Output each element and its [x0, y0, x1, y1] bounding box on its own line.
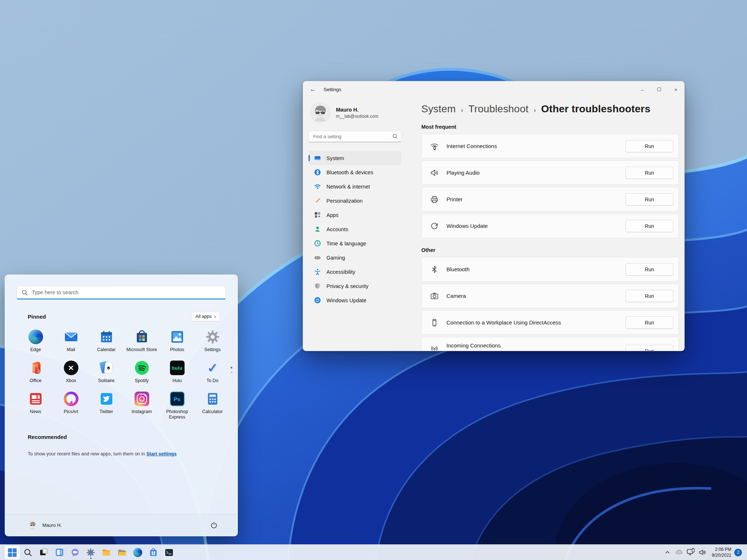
- network-tray-icon: [686, 548, 696, 557]
- nav-item-time-language[interactable]: Time & language: [309, 236, 401, 250]
- app-tile-calculator[interactable]: Calculator: [195, 390, 230, 421]
- app-tile-picsart[interactable]: PicsArt: [53, 390, 89, 421]
- run-button-bluetooth[interactable]: Run: [626, 263, 673, 276]
- taskbar-start-button[interactable]: [4, 545, 20, 559]
- all-apps-button[interactable]: All apps ›: [191, 312, 220, 321]
- file-explorer-icon: [102, 548, 111, 557]
- taskbar-chat-button[interactable]: [67, 545, 83, 559]
- close-button[interactable]: ×: [667, 81, 684, 97]
- find-setting-input[interactable]: [309, 131, 401, 142]
- taskbar-settings-button[interactable]: [83, 545, 98, 559]
- app-tile-instagram[interactable]: Instagram: [124, 390, 159, 421]
- twitter-icon: [99, 391, 114, 407]
- nav-item-apps[interactable]: Apps: [309, 208, 401, 222]
- edge-icon: [133, 548, 142, 557]
- app-tile-photos[interactable]: Photos: [159, 328, 195, 359]
- network-icon: [314, 183, 321, 190]
- run-button-windows-update[interactable]: Run: [626, 220, 673, 232]
- app-tile-todo[interactable]: ✓ To Do: [195, 359, 230, 390]
- run-button-playing-audio[interactable]: Run: [626, 167, 673, 179]
- troubleshooter-incoming-connections: Incoming Connections Find and fix proble…: [421, 337, 679, 351]
- edge-icon: [28, 329, 43, 345]
- user-avatar: [310, 102, 330, 123]
- app-tile-xbox[interactable]: × Xbox: [53, 359, 89, 390]
- troubleshooter-windows-update: Windows Update Run: [421, 214, 679, 238]
- taskbar-store-button[interactable]: [146, 545, 161, 559]
- app-tile-news[interactable]: News: [18, 390, 53, 421]
- nav-item-privacy-security[interactable]: Privacy & security: [309, 279, 401, 293]
- nav-item-windows-update[interactable]: Windows Update: [309, 293, 401, 307]
- nav-item-gaming[interactable]: Gaming: [309, 250, 401, 265]
- nav-item-accessibility[interactable]: Accessibility: [309, 265, 401, 279]
- taskbar-clock[interactable]: 2:06 PM 9/20/2021: [712, 547, 731, 558]
- user-menu-button[interactable]: Mauro H.: [28, 520, 62, 530]
- nav-label: Accounts: [326, 226, 348, 232]
- app-label: Calendar: [97, 347, 116, 353]
- tray-onedrive-button[interactable]: [673, 545, 685, 559]
- troubleshooter-label: Windows Update: [446, 223, 488, 229]
- breadcrumb-system[interactable]: System: [421, 103, 456, 115]
- app-tile-hulu[interactable]: hulu Hulu: [159, 359, 195, 390]
- pinned-pagination-dots[interactable]: [231, 367, 232, 373]
- nav-item-personalization[interactable]: Personalization: [309, 194, 401, 208]
- troubleshooter-label: Playing Audio: [446, 170, 480, 176]
- run-button-internet-connections[interactable]: Run: [626, 140, 673, 152]
- nav-item-network-internet[interactable]: Network & internet: [309, 179, 401, 194]
- troubleshooter-label: Internet Connections: [446, 143, 497, 149]
- taskbar-file-explorer-button[interactable]: [98, 545, 114, 559]
- app-tile-office[interactable]: Office: [18, 359, 53, 390]
- notification-badge[interactable]: 2: [734, 549, 742, 556]
- windows-update-run-icon: [430, 221, 439, 231]
- account-header[interactable]: Mauro H. m__lab@outlook.com: [309, 102, 401, 123]
- app-tile-photoshop-express[interactable]: Ps Photoshop Express: [159, 390, 195, 421]
- app-tile-spotify[interactable]: Spotify: [124, 359, 159, 390]
- troubleshooter-bluetooth: Bluetooth Run: [421, 257, 679, 281]
- taskbar-widgets-button[interactable]: [51, 545, 67, 559]
- run-button-camera[interactable]: Run: [626, 290, 673, 302]
- search-icon: [24, 548, 32, 557]
- nav-item-bluetooth-devices[interactable]: Bluetooth & devices: [309, 165, 401, 179]
- tray-chevron-button[interactable]: [662, 545, 673, 559]
- start-settings-link[interactable]: Start settings: [146, 451, 177, 456]
- app-label: Xbox: [66, 378, 76, 384]
- recommended-text-body: To show your recent files and new apps, …: [28, 451, 146, 456]
- search-icon: [392, 133, 398, 139]
- run-button-directaccess[interactable]: Run: [626, 316, 673, 329]
- taskbar-edge-button[interactable]: [130, 545, 146, 559]
- directaccess-icon: [430, 318, 439, 327]
- run-button-incoming-connections[interactable]: Run: [626, 345, 673, 351]
- back-arrow-icon[interactable]: ←: [307, 84, 318, 95]
- start-search-input[interactable]: [17, 286, 226, 299]
- taskbar-search-button[interactable]: [20, 545, 36, 559]
- troubleshooter-description: Find and fix problems with incoming comp…: [446, 350, 604, 351]
- tray-volume-button[interactable]: [697, 545, 708, 559]
- nav-label: System: [326, 155, 344, 161]
- account-email: m__lab@outlook.com: [336, 114, 378, 119]
- app-tile-edge[interactable]: Edge: [18, 328, 53, 359]
- power-button[interactable]: [208, 519, 220, 532]
- run-button-printer[interactable]: Run: [626, 193, 673, 206]
- nav-label: Personalization: [326, 198, 363, 204]
- app-tile-settings[interactable]: Settings: [195, 328, 230, 359]
- app-tile-mail[interactable]: Mail: [53, 328, 89, 359]
- breadcrumb-troubleshoot[interactable]: Troubleshoot: [468, 103, 529, 115]
- nav-item-accounts[interactable]: Accounts: [309, 222, 401, 236]
- taskbar-folder-button[interactable]: [114, 545, 130, 559]
- app-tile-microsoft-store[interactable]: Microsoft Store: [124, 328, 159, 359]
- tray-network-button[interactable]: [685, 545, 697, 559]
- minimize-button[interactable]: –: [634, 81, 651, 97]
- accessibility-icon: [314, 268, 321, 275]
- nav-label: Network & internet: [326, 184, 370, 190]
- settings-nav: System Bluetooth & devices Network & int…: [309, 151, 401, 307]
- taskbar-terminal-button[interactable]: [161, 545, 177, 559]
- folder-icon: [117, 548, 127, 557]
- maximize-button[interactable]: [651, 81, 667, 97]
- taskbar-task-view-button[interactable]: [36, 545, 51, 559]
- app-tile-solitaire[interactable]: ♠ Solitaire: [89, 359, 124, 390]
- troubleshooter-label: Camera: [446, 293, 466, 299]
- nav-item-system[interactable]: System: [309, 151, 401, 165]
- nav-label: Privacy & security: [326, 283, 368, 289]
- breadcrumb-separator: ›: [461, 106, 464, 114]
- app-tile-calendar[interactable]: Calendar: [89, 328, 124, 359]
- app-tile-twitter[interactable]: Twitter: [89, 390, 124, 421]
